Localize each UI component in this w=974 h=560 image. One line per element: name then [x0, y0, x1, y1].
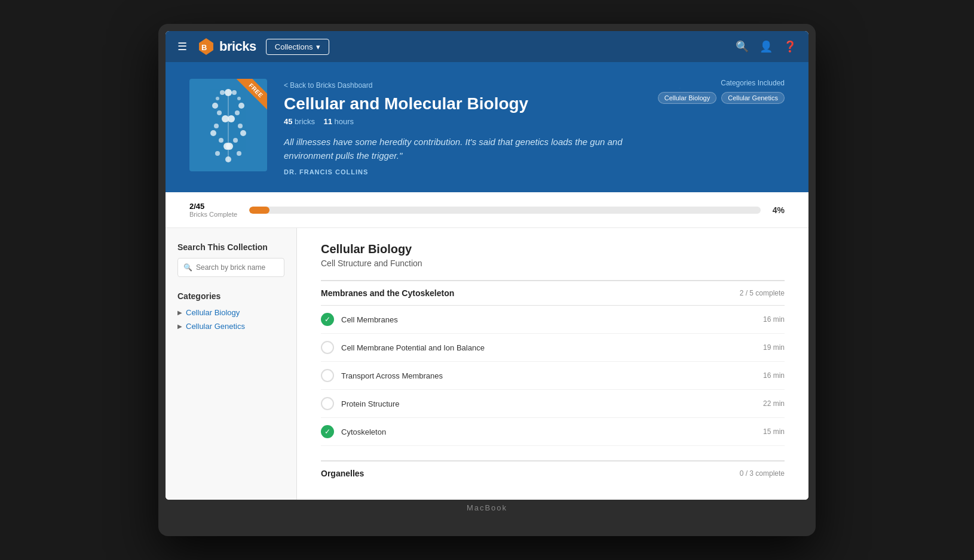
svg-point-17 — [240, 130, 246, 136]
free-badge: FREE — [237, 79, 267, 110]
brick-duration: 19 min — [763, 343, 785, 352]
category-tag-cellular-biology: Cellular Biology — [658, 92, 716, 104]
hero-section: FREE < Back to Bricks Dashboard Cellular… — [166, 62, 808, 192]
sidebar-item-cellular-genetics[interactable]: ▶ Cellular Genetics — [177, 322, 284, 331]
laptop-frame: ☰ B bricks Collections ▾ 🔍 👤 ❓ — [158, 24, 816, 536]
svg-point-16 — [210, 130, 216, 136]
svg-point-21 — [226, 143, 233, 150]
section-title: Cellular Biology — [321, 242, 785, 256]
chevron-right-icon: ▶ — [177, 323, 182, 330]
navbar-right: 🔍 👤 ❓ — [736, 40, 797, 53]
brick-item[interactable]: ✓ Cell Membranes 16 min — [321, 306, 785, 334]
chevron-down-icon: ▾ — [316, 42, 320, 51]
search-icon[interactable]: 🔍 — [736, 40, 749, 53]
progress-section: 2/45 Bricks Complete 4% — [166, 192, 808, 228]
search-section-label: Search This Collection — [177, 242, 284, 252]
brick-group-name: Membranes and the Cytoskeleton — [321, 288, 454, 298]
bricks-label: bricks — [295, 117, 315, 126]
progress-bar — [249, 207, 761, 214]
collections-label: Collections — [275, 42, 313, 51]
category-tag-cellular-genetics: Cellular Genetics — [721, 92, 785, 104]
hours-label: hours — [335, 117, 354, 126]
progress-fraction: 2/45 — [189, 202, 237, 211]
brick-left: Cell Membrane Potential and Ion Balance — [321, 341, 485, 354]
logo-area: B bricks — [197, 37, 256, 56]
progress-text: 2/45 Bricks Complete — [189, 202, 237, 218]
svg-point-10 — [217, 110, 222, 115]
navbar-left: ☰ B bricks Collections ▾ — [177, 37, 329, 56]
svg-point-24 — [225, 156, 231, 162]
progress-sublabel: Bricks Complete — [189, 211, 237, 218]
svg-point-14 — [214, 124, 219, 128]
brick-duration: 16 min — [763, 371, 785, 380]
cellular-biology-label: Cellular Biology — [186, 308, 240, 317]
svg-point-23 — [237, 151, 241, 156]
brick-group-membranes: Membranes and the Cytoskeleton 2 / 5 com… — [321, 280, 785, 446]
categories-included-label: Categories Included — [658, 79, 785, 87]
svg-point-19 — [233, 138, 238, 143]
brick-name: Cell Membranes — [341, 315, 398, 324]
svg-point-6 — [216, 97, 219, 100]
subsection-title: Cell Structure and Function — [321, 259, 785, 268]
svg-point-13 — [228, 115, 235, 122]
user-icon[interactable]: 👤 — [759, 40, 773, 53]
sidebar-item-cellular-biology[interactable]: ▶ Cellular Biology — [177, 308, 284, 317]
brick-left: Protein Structure — [321, 397, 400, 410]
hero-meta: 45 bricks 11 hours — [284, 117, 785, 126]
content-area: Cellular Biology Cell Structure and Func… — [297, 228, 808, 500]
svg-text:B: B — [201, 43, 207, 52]
brick-item[interactable]: Cell Membrane Potential and Ion Balance … — [321, 334, 785, 362]
cellular-genetics-label: Cellular Genetics — [186, 322, 245, 331]
brick-name: Cell Membrane Potential and Ion Balance — [341, 343, 485, 352]
hero-author: DR. FRANCIS COLLINS — [284, 168, 785, 176]
organelles-name: Organelles — [321, 469, 364, 478]
hero-categories: Categories Included Cellular Biology Cel… — [658, 79, 785, 104]
logo-text: bricks — [219, 39, 256, 54]
svg-point-4 — [220, 90, 225, 95]
brick-name: Transport Across Membranes — [341, 371, 443, 380]
brick-group-count: 2 / 5 complete — [740, 289, 785, 297]
sidebar: Search This Collection 🔍 Categories ▶ Ce… — [166, 228, 297, 500]
brick-duration: 22 min — [763, 399, 785, 408]
main-content: Search This Collection 🔍 Categories ▶ Ce… — [166, 228, 808, 500]
progress-bar-fill — [249, 207, 269, 214]
hero-image-wrapper: FREE — [189, 79, 267, 171]
brick-duration: 15 min — [763, 427, 785, 436]
brick-left: Transport Across Membranes — [321, 369, 443, 382]
categories-side-label: Categories — [177, 291, 284, 301]
svg-point-15 — [238, 124, 243, 128]
screen: ☰ B bricks Collections ▾ 🔍 👤 ❓ — [166, 31, 808, 500]
check-circle-empty — [321, 341, 334, 354]
progress-percent: 4% — [773, 205, 785, 215]
laptop-brand: MacBook — [166, 503, 808, 512]
search-icon: 🔍 — [183, 263, 192, 272]
check-circle-completed: ✓ — [321, 425, 334, 438]
organelles-group-header: Organelles 0 / 3 complete — [321, 460, 785, 485]
brick-left: ✓ Cell Membranes — [321, 313, 398, 326]
navbar: ☰ B bricks Collections ▾ 🔍 👤 ❓ — [166, 31, 808, 62]
brick-item[interactable]: Transport Across Membranes 16 min — [321, 362, 785, 390]
chevron-right-icon: ▶ — [177, 309, 182, 316]
svg-point-18 — [219, 138, 223, 143]
search-input[interactable] — [177, 258, 284, 277]
logo-icon: B — [197, 37, 216, 56]
brick-duration: 16 min — [763, 315, 785, 324]
category-tags: Cellular Biology Cellular Genetics — [658, 92, 785, 104]
brick-left: ✓ Cytoskeleton — [321, 425, 386, 438]
organelles-count: 0 / 3 complete — [740, 469, 785, 478]
check-circle-empty — [321, 369, 334, 382]
svg-point-8 — [212, 103, 218, 109]
search-input-wrapper: 🔍 — [177, 258, 284, 277]
brick-item[interactable]: Protein Structure 22 min — [321, 390, 785, 418]
hamburger-icon[interactable]: ☰ — [177, 40, 187, 53]
brick-name: Cytoskeleton — [341, 427, 386, 436]
help-icon[interactable]: ❓ — [783, 40, 797, 53]
check-circle-empty — [321, 397, 334, 410]
svg-point-22 — [215, 151, 220, 156]
brick-item[interactable]: ✓ Cytoskeleton 15 min — [321, 418, 785, 446]
bricks-count: 45 — [284, 117, 292, 126]
hero-quote: All illnesses have some heredity contrib… — [284, 136, 630, 162]
collections-button[interactable]: Collections ▾ — [266, 39, 330, 55]
ribbon-wrapper: FREE — [231, 79, 267, 115]
brick-name: Protein Structure — [341, 399, 400, 408]
